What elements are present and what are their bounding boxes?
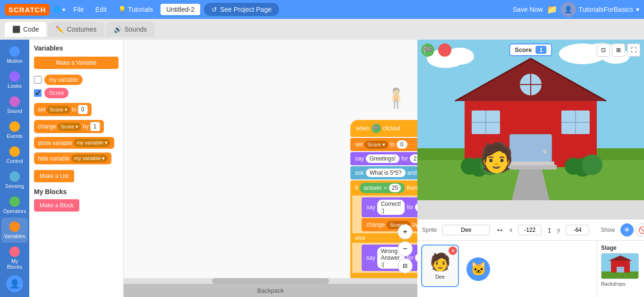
stage-view-buttons: ⊡ ⊞ ⛶ — [597, 43, 640, 57]
y-value-input[interactable] — [566, 225, 589, 235]
tabs-row: ⬛ Code ✏️ Costumes 🔊 Sounds — [0, 19, 644, 40]
greetings-input[interactable]: Greetings! — [366, 154, 399, 163]
greet-secs-input[interactable]: 2 — [410, 154, 417, 163]
change-val[interactable]: 1 — [90, 122, 100, 131]
project-page-icon: ↺ — [212, 6, 217, 13]
script-set-val[interactable]: 0 — [397, 140, 407, 149]
folder-icon[interactable]: 📁 — [547, 4, 557, 15]
globe-button[interactable]: 🌐 ▾ — [53, 6, 66, 13]
backdrops-label[interactable]: Backdrops — [601, 281, 640, 287]
score-checkbox[interactable] — [34, 89, 42, 97]
project-title-input[interactable]: Untitled-2 — [161, 4, 200, 15]
tab-code[interactable]: ⬛ Code — [5, 22, 46, 37]
set-score-script-block[interactable]: set Score ▾ to 0 — [350, 138, 417, 151]
tutorials-btn[interactable]: 💡 Tutorials — [114, 4, 157, 15]
script-area[interactable]: 🧍 when 🏁 clicked set Score ▾ to 0 say Gr… — [124, 40, 417, 297]
if-block-header[interactable]: if answer = 25 then — [350, 180, 417, 195]
sidebar-item-control[interactable]: Control — [1, 143, 28, 168]
sidebar-item-variables[interactable]: Variables — [1, 218, 28, 243]
stage-thumbnail[interactable] — [601, 253, 639, 279]
fit-btn[interactable]: ⊟ — [398, 258, 413, 273]
sidebar-item-looks[interactable]: Looks — [1, 68, 28, 93]
tab-sounds[interactable]: 🔊 Sounds — [106, 22, 154, 37]
tab-costumes[interactable]: ✏️ Costumes — [48, 22, 104, 37]
character-dee: 🧑 — [479, 144, 514, 172]
sidebar-item-myblocks[interactable]: My Blocks — [1, 243, 28, 273]
question-input[interactable]: What is 5*5? — [366, 169, 406, 177]
sidebar-item-sensing[interactable]: Sensing — [1, 168, 28, 193]
my-variable-checkbox[interactable] — [34, 76, 42, 84]
stage-fullscreen-btn[interactable]: ⛶ — [627, 43, 640, 57]
say-correct-block[interactable]: say Correct! :) for 2 seconds — [362, 197, 417, 217]
make-variable-btn[interactable]: Make a Variable — [34, 57, 119, 69]
when-clicked-block[interactable]: when 🏁 clicked — [350, 120, 417, 137]
script-score-dropdown[interactable]: Score ▾ — [364, 141, 388, 149]
change-score-block-row: change Score ▾ by 1 — [34, 120, 119, 133]
set-var-dropdown[interactable]: Score ▾ — [47, 106, 70, 114]
condition-block[interactable]: answer = 25 — [360, 183, 405, 193]
add-sprite-btn[interactable]: 🐱 — [466, 257, 490, 281]
make-block-btn[interactable]: Make a Block — [34, 199, 79, 212]
svg-rect-34 — [602, 272, 639, 279]
sidebar-item-operators[interactable]: Operators — [1, 193, 28, 218]
sidebar-item-motion[interactable]: Motion — [1, 42, 28, 68]
score-chip[interactable]: Score — [44, 88, 68, 98]
script-set-label: set — [355, 141, 363, 148]
change-var-dropdown[interactable]: Score ▾ — [58, 123, 81, 131]
change-block[interactable]: change Score ▾ by 1 — [34, 120, 104, 133]
make-list-btn[interactable]: Make a List — [34, 170, 74, 182]
else-label: else — [355, 235, 365, 241]
save-now-btn[interactable]: Save Now — [513, 6, 543, 13]
hide-btn[interactable]: 🚫 — [636, 223, 644, 237]
my-variable-chip[interactable]: my variable — [44, 75, 83, 85]
answer-label: answer — [364, 185, 382, 191]
wait-label: and wait — [407, 170, 417, 176]
wrong-secs-input[interactable]: 2 — [415, 254, 417, 262]
say-greetings-block[interactable]: say Greetings! for 2 seconds — [350, 152, 417, 165]
sidebar-label-control: Control — [6, 158, 23, 164]
hide-variable-block[interactable]: hide variable my variable ▾ — [34, 153, 111, 164]
costumes-tab-label: Costumes — [67, 25, 96, 33]
sprite-delete-btn[interactable]: ✕ — [449, 246, 457, 255]
variables-heading: Variables — [34, 44, 119, 52]
show-visible-btn[interactable]: 👁 — [620, 223, 634, 237]
code-tab-label: Code — [23, 25, 39, 33]
set-block[interactable]: set Score ▾ to 0 — [34, 103, 92, 116]
see-project-page-btn[interactable]: ↺ See Project Page — [204, 3, 279, 16]
ask-block[interactable]: ask What is 5*5? and wait — [350, 166, 417, 179]
eq-val-input[interactable]: 25 — [389, 184, 401, 192]
sprite-dee-card[interactable]: ✕ 🧑 Dee — [421, 245, 459, 287]
horizontal-scrollbar[interactable] — [124, 278, 417, 284]
scratch-logo[interactable]: SCRATCH — [5, 4, 50, 16]
show-variable-block[interactable]: show variable my variable ▾ — [34, 137, 114, 149]
set-val[interactable]: 0 — [78, 105, 88, 114]
file-menu[interactable]: File — [69, 4, 88, 15]
backpack-bar[interactable]: Backpack — [124, 284, 417, 297]
zoom-out-btn[interactable]: − — [398, 241, 413, 256]
sprite-name-input[interactable] — [442, 225, 490, 235]
sidebar-item-events[interactable]: Events — [1, 118, 28, 143]
stop-btn[interactable] — [438, 43, 451, 57]
x-value-input[interactable] — [518, 225, 542, 235]
correct-input[interactable]: Correct! :) — [377, 200, 405, 215]
stage-normal-btn[interactable]: ⊞ — [612, 43, 625, 57]
stage-scene-svg — [417, 40, 644, 200]
green-flag-btn[interactable]: 🏁 — [421, 43, 434, 57]
sprite-dee-icon: 🧑 — [430, 252, 451, 272]
sounds-tab-icon: 🔊 — [114, 25, 122, 33]
show-var-dropdown[interactable]: my variable ▾ — [74, 139, 110, 147]
sprite-mode-btn[interactable]: 👤 — [6, 275, 23, 292]
code-tab-icon: ⬛ — [12, 25, 20, 33]
stage-small-btn[interactable]: ⊡ — [597, 43, 610, 57]
costumes-tab-icon: ✏️ — [56, 25, 64, 33]
sidebar-item-sound[interactable]: Sound — [1, 93, 28, 118]
svg-rect-26 — [507, 161, 554, 165]
sidebar-label-looks: Looks — [8, 83, 21, 89]
set-label: set — [38, 106, 45, 113]
stage-thumb-svg — [602, 254, 639, 279]
hide-var-dropdown[interactable]: my variable ▾ — [71, 154, 108, 162]
zoom-in-btn[interactable]: + — [398, 224, 413, 239]
user-menu[interactable]: 👤 TutorialsForBasics ▾ — [561, 2, 639, 17]
edit-menu[interactable]: Edit — [92, 4, 110, 15]
flag-icon-block: 🏁 — [372, 124, 381, 133]
